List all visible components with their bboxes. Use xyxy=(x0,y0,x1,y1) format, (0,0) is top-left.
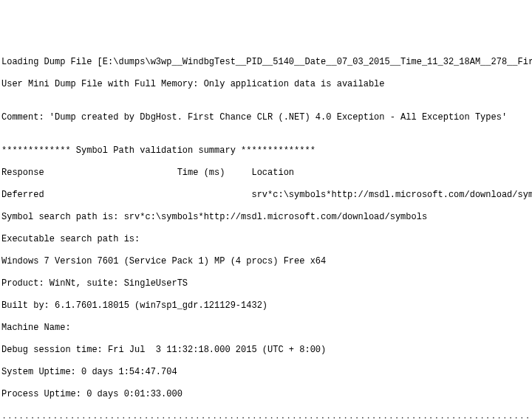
output-line: Product: WinNt, suite: SingleUserTS xyxy=(1,278,531,289)
output-line: Debug session time: Fri Jul 3 11:32:18.0… xyxy=(1,345,531,356)
output-line: System Uptime: 0 days 1:54:47.704 xyxy=(1,367,531,378)
output-line: Process Uptime: 0 days 0:01:33.000 xyxy=(1,389,531,400)
output-line: Built by: 6.1.7601.18015 (win7sp1_gdr.12… xyxy=(1,300,531,311)
output-line: Response Time (ms) Location xyxy=(1,168,531,179)
output-line: Executable search path is: xyxy=(1,234,531,245)
output-line: Loading Dump File [E:\dumps\w3wp__Windbg… xyxy=(1,57,531,68)
debugger-output: Loading Dump File [E:\dumps\w3wp__Windbg… xyxy=(1,46,531,420)
output-line: User Mini Dump File with Full Memory: On… xyxy=(1,79,531,90)
output-line-dots: ........................................… xyxy=(1,411,531,420)
output-line: Symbol search path is: srv*c:\symbols*ht… xyxy=(1,212,531,223)
output-line: Machine Name: xyxy=(1,323,531,334)
output-line: Windows 7 Version 7601 (Service Pack 1) … xyxy=(1,256,531,267)
output-line: Deferred srv*c:\symbols*http://msdl.micr… xyxy=(1,190,531,201)
output-line: ************* Symbol Path validation sum… xyxy=(1,145,531,156)
output-line: Comment: 'Dump created by DbgHost. First… xyxy=(1,112,531,123)
